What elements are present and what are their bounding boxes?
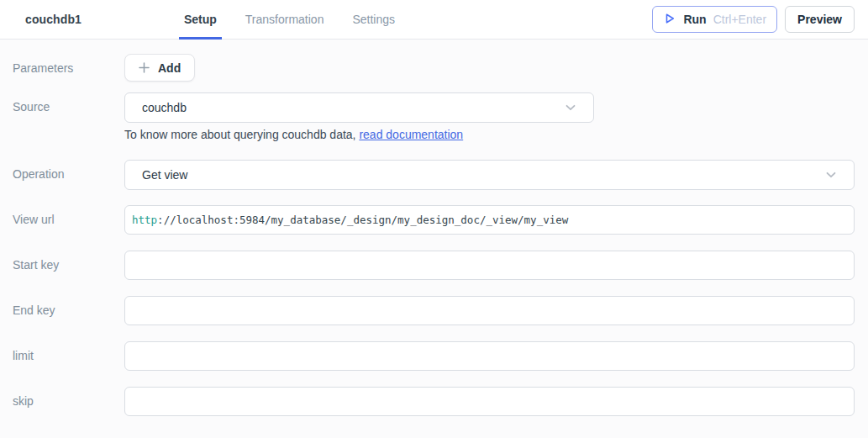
end-key-input[interactable]	[124, 296, 855, 325]
limit-input[interactable]	[124, 341, 855, 371]
tab-bar: Setup Transformation Settings	[179, 0, 418, 40]
skip-label: skip	[13, 387, 124, 409]
tab-setup[interactable]: Setup	[179, 0, 222, 40]
play-icon	[663, 12, 676, 28]
tab-settings[interactable]: Settings	[347, 0, 400, 40]
parameters-label: Parameters	[13, 54, 124, 76]
chevron-down-icon	[823, 167, 839, 182]
source-help-text: To know more about querying couchdb data…	[124, 128, 855, 141]
query-setup-form: Parameters Add Source couchdb To know mo…	[0, 40, 868, 416]
query-title: couchdb1	[25, 13, 82, 26]
read-documentation-link[interactable]: read documentation	[359, 128, 463, 141]
limit-row: limit	[13, 341, 855, 371]
chevron-down-icon	[563, 100, 578, 115]
header-actions: Run Ctrl+Enter Preview	[652, 6, 855, 33]
source-select-value: couchdb	[142, 101, 563, 114]
source-label: Source	[13, 92, 124, 114]
run-button-label: Run	[683, 13, 706, 26]
operation-select[interactable]: Get view	[124, 160, 855, 190]
operation-row: Operation Get view	[13, 160, 855, 190]
start-key-row: Start key	[13, 251, 855, 280]
query-editor-header: couchdb1 Setup Transformation Settings R…	[0, 0, 868, 40]
add-parameter-button[interactable]: Add	[124, 54, 195, 82]
start-key-input[interactable]	[124, 251, 855, 280]
view-url-label: View url	[13, 205, 124, 227]
skip-input[interactable]	[124, 387, 855, 416]
skip-row: skip	[13, 387, 855, 416]
view-url-scheme: http	[132, 214, 157, 226]
tab-transformation[interactable]: Transformation	[240, 0, 329, 40]
parameters-row: Parameters Add	[13, 54, 855, 82]
source-row: Source couchdb To know more about queryi…	[13, 92, 855, 141]
run-shortcut: Ctrl+Enter	[713, 13, 766, 26]
add-parameter-label: Add	[158, 61, 181, 75]
operation-label: Operation	[13, 160, 124, 182]
end-key-row: End key	[13, 296, 855, 325]
start-key-label: Start key	[13, 251, 124, 272]
operation-select-value: Get view	[142, 168, 823, 182]
end-key-label: End key	[13, 296, 124, 318]
run-button[interactable]: Run Ctrl+Enter	[652, 6, 777, 33]
limit-label: limit	[13, 341, 124, 363]
view-url-input[interactable]: http://localhost:5984/my_database/_desig…	[124, 205, 855, 235]
source-help-text-span: To know more about querying couchdb data…	[124, 128, 359, 141]
preview-button[interactable]: Preview	[785, 6, 855, 33]
plus-icon	[139, 62, 150, 73]
view-url-rest: ://localhost:5984/my_database/_design/my…	[157, 214, 568, 226]
source-select[interactable]: couchdb	[124, 92, 594, 123]
view-url-row: View url http://localhost:5984/my_databa…	[13, 205, 855, 235]
